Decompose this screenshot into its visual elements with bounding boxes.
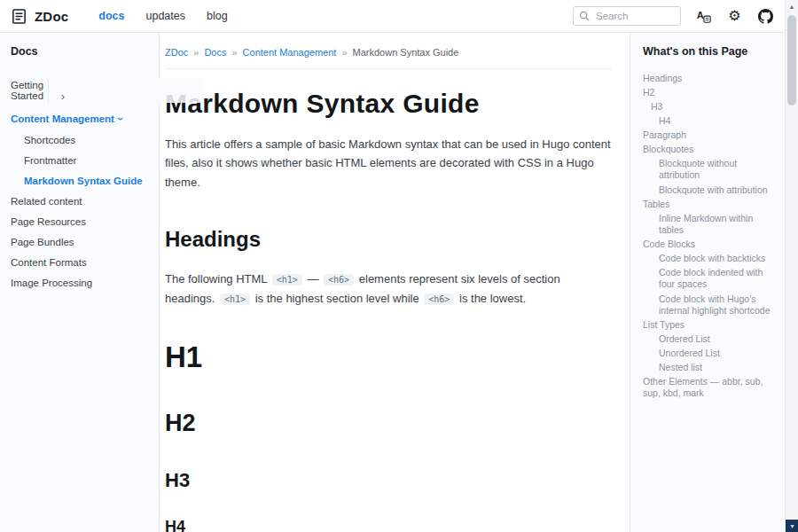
sidebar-item-markdown-syntax-guide[interactable]: Markdown Syntax Guide <box>11 170 152 191</box>
toc-item-nested-list[interactable]: Nested list <box>643 361 778 375</box>
search-icon <box>579 11 590 21</box>
toc-item-h3[interactable]: H3 <box>643 99 778 113</box>
breadcrumb-separator: » <box>193 47 199 58</box>
toc-list: HeadingsH2H3H4ParagraphBlockquotesBlockq… <box>643 71 778 401</box>
app-window: ZDoc docsupdatesblog A <box>0 0 798 532</box>
toc-item-blockquote-with-attribution[interactable]: Blockquote with attribution <box>643 183 778 197</box>
paragraph-text: The following HTML <box>165 272 270 286</box>
chevron-right-icon: › <box>48 78 203 103</box>
breadcrumb-item-content-management[interactable]: Content Management <box>243 47 337 58</box>
sidebar-item-label: Frontmatter <box>24 155 76 166</box>
inline-code: <h1> <box>272 274 302 286</box>
toc-item-tables[interactable]: Tables <box>643 197 778 211</box>
topbar-nav: docsupdatesblog <box>98 10 227 22</box>
section-heading: Headings <box>165 227 612 252</box>
sample-heading-h3: H3 <box>165 470 612 491</box>
sidebar-item-page-bundles[interactable]: Page Bundles <box>11 231 152 252</box>
sidebar-item-label: Page Resources <box>11 216 86 227</box>
breadcrumb-item-markdown-syntax-guide: Markdown Syntax Guide <box>353 47 459 58</box>
paragraph-text: is the highest section level while <box>252 292 422 305</box>
translate-icon[interactable]: A <box>695 8 712 25</box>
topbar: ZDoc docsupdatesblog A <box>0 0 785 33</box>
sidebar-item-label: Page Bundles <box>11 237 74 247</box>
inline-code: <h6> <box>324 274 354 286</box>
toc-item-code-block-indented-with-four-spaces[interactable]: Code block indented with four spaces <box>643 266 778 292</box>
inline-code: <h1> <box>220 293 250 305</box>
toc-sidebar: What's on this Page HeadingsH2H3H4Paragr… <box>630 33 785 532</box>
breadcrumb-item-zdoc[interactable]: ZDoc <box>165 47 188 58</box>
sidebar-item-page-resources[interactable]: Page Resources <box>11 211 152 231</box>
chevron-down-icon: › <box>114 117 127 121</box>
sample-heading-h4: H4 <box>165 519 612 532</box>
toc-title: What's on this Page <box>643 45 778 58</box>
toc-item-blockquotes[interactable]: Blockquotes <box>643 143 778 157</box>
toc-item-code-block-with-hugo-s-internal-highlight-shortcode[interactable]: Code block with Hugo's internal highligh… <box>643 292 778 317</box>
search-input[interactable] <box>594 10 675 22</box>
toc-item-code-blocks[interactable]: Code Blocks <box>643 238 778 252</box>
breadcrumb-separator: » <box>231 47 237 58</box>
scrollbar-thumb[interactable] <box>787 15 796 106</box>
toc-item-h4[interactable]: H4 <box>643 113 778 128</box>
sidebar-item-image-processing[interactable]: Image Processing <box>11 272 152 293</box>
brand[interactable]: ZDoc <box>11 8 68 25</box>
sample-heading-h2: H2 <box>165 411 612 437</box>
paragraph-text: is the lowest. <box>456 292 526 305</box>
toc-item-other-elements-abbr-sub-sup-kbd-mark[interactable]: Other Elements — abbr, sub, sup, kbd, ma… <box>643 375 778 401</box>
sample-heading-h1: H1 <box>165 341 612 373</box>
breadcrumb-separator: » <box>341 47 347 58</box>
nav-link-blog[interactable]: blog <box>207 10 228 22</box>
sidebar-item-content-management[interactable]: Content Management› <box>11 107 152 129</box>
intro-paragraph: This article offers a sample of basic Ma… <box>165 135 612 192</box>
toc-item-list-types[interactable]: List Types <box>643 317 778 332</box>
sidebar-item-label: Related content <box>11 196 82 207</box>
left-sidebar: Docs Getting Started›Content Management›… <box>0 33 160 532</box>
toc-item-unordered-list[interactable]: Unordered List <box>643 347 778 361</box>
breadcrumb: ZDoc»Docs»Content Management»Markdown Sy… <box>165 47 612 58</box>
nav-link-docs[interactable]: docs <box>98 10 124 22</box>
search-box <box>573 6 681 26</box>
document-icon <box>11 8 27 25</box>
sidebar-title: Docs <box>11 45 152 58</box>
toc-item-blockquote-without-attribution[interactable]: Blockquote without attribution <box>643 157 778 183</box>
headings-paragraph: The following HTML <h1> — <h6> elements … <box>165 270 612 309</box>
toc-item-ordered-list[interactable]: Ordered List <box>643 332 778 346</box>
sidebar-item-label: Image Processing <box>11 278 92 288</box>
toc-item-code-block-with-backticks[interactable]: Code block with backticks <box>643 252 778 266</box>
sidebar-item-frontmatter[interactable]: Frontmatter <box>11 150 152 170</box>
github-icon[interactable] <box>757 8 774 25</box>
sidebar-item-label: Getting Started <box>11 80 43 101</box>
sidebar-item-label: Content Management <box>11 113 114 124</box>
scroll-down-arrow[interactable]: ▼ <box>786 520 798 532</box>
sidebar-item-label: Markdown Syntax Guide <box>24 176 143 186</box>
page-title: Markdown Syntax Guide <box>165 89 612 119</box>
gear-icon[interactable]: ⚙ <box>726 8 743 25</box>
paragraph-text: — <box>304 272 322 286</box>
svg-text:A: A <box>697 10 704 20</box>
sidebar-item-getting-started[interactable]: Getting Started› <box>11 73 152 107</box>
scroll-up-arrow[interactable]: ▲ <box>786 0 798 13</box>
toc-item-h2[interactable]: H2 <box>643 85 778 99</box>
breadcrumb-divider <box>165 68 612 69</box>
scrollbar[interactable]: ▲ ▼ <box>785 0 798 532</box>
sample-headings: H1H2H3H4H5H6 <box>165 341 612 532</box>
nav-link-updates[interactable]: updates <box>146 10 185 22</box>
sidebar-list: Getting Started›Content Management›Short… <box>11 73 152 293</box>
toc-item-headings[interactable]: Headings <box>643 71 778 85</box>
sidebar-item-label: Content Formats <box>11 257 87 268</box>
brand-name: ZDoc <box>35 9 68 24</box>
sidebar-item-label: Shortcodes <box>24 135 75 145</box>
topbar-actions: A ⚙ <box>573 6 774 26</box>
inline-code: <h6> <box>424 293 454 305</box>
toc-item-inline-markdown-within-tables[interactable]: Inline Markdown within tables <box>643 211 778 237</box>
app-body: Docs Getting Started›Content Management›… <box>0 33 785 532</box>
sidebar-item-content-formats[interactable]: Content Formats <box>11 252 152 272</box>
toc-item-paragraph[interactable]: Paragraph <box>643 129 778 143</box>
breadcrumb-item-docs[interactable]: Docs <box>204 47 226 58</box>
sidebar-item-related-content[interactable]: Related content <box>11 191 152 211</box>
main-content: ZDoc»Docs»Content Management»Markdown Sy… <box>160 33 630 532</box>
sidebar-item-shortcodes[interactable]: Shortcodes <box>11 129 152 150</box>
